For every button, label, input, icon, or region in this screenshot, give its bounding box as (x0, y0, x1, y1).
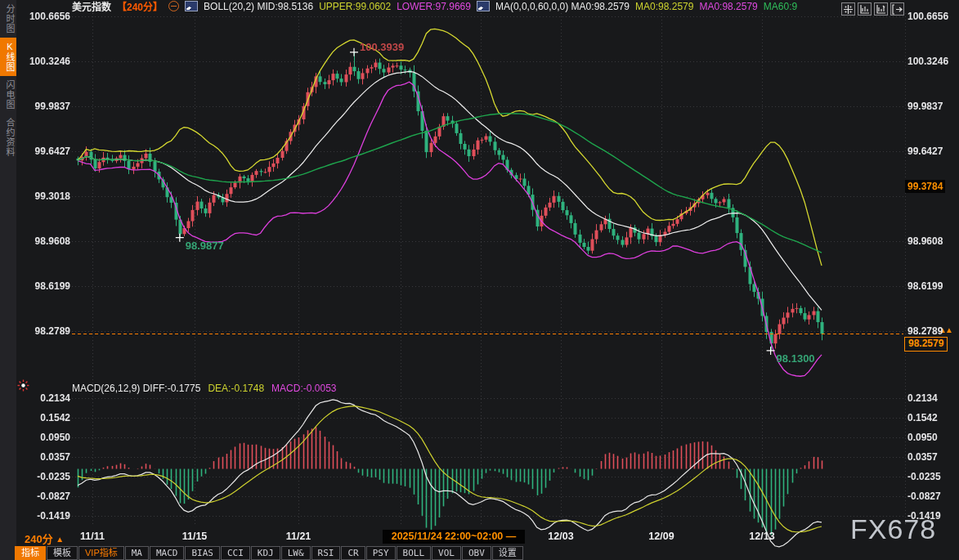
date-label: 12/03 (548, 531, 573, 542)
toolbar-button-MA[interactable]: MA (125, 546, 149, 560)
macd-axis-label: 0.2134 (16, 392, 70, 404)
ma60-label: MA60:9 (764, 1, 797, 12)
toolbar-button-LW&[interactable]: LW& (281, 546, 311, 560)
price-axis-label: 98.9608 (16, 235, 70, 247)
macd-axis-label: 0.0950 (907, 432, 958, 443)
macd-value-label: MACD:-0.0053 (271, 383, 336, 395)
date-label: 11/15 (182, 531, 208, 542)
ma-label: MA(0,0,0,60,0,0) MA0:98.2579 (495, 1, 630, 12)
new-pane-icon[interactable] (858, 2, 872, 16)
boll-upper-label: UPPER:99.0602 (319, 1, 391, 12)
sidebar-tab-K线图[interactable]: K线图 (0, 38, 16, 76)
toolbar-button-指标[interactable]: 指标 (15, 546, 46, 560)
sidebar-tab-分时图[interactable]: 分时图 (0, 0, 16, 38)
boll-label: BOLL(20,2) MID:98.5136 (204, 1, 313, 12)
ma-indicator-icon[interactable] (477, 1, 490, 11)
sidebar-tab-合约资料[interactable]: 合约资料 (0, 114, 16, 161)
price-axis-label: 99.9837 (16, 101, 70, 112)
zoom-out-icon[interactable] (168, 1, 179, 11)
price-axis-label: 99.9837 (907, 101, 958, 112)
toolbar-button-VIP指标[interactable]: VIP指标 (78, 546, 124, 560)
extreme-price-label: 98.9877 (186, 240, 224, 252)
toolbar-button-BOLL[interactable]: BOLL (397, 546, 432, 560)
toolbar-button-MACD[interactable]: MACD (150, 546, 185, 560)
macd-legend-bar: MACD(26,12,9) DIFF:-0.1775DEA:-0.1748MAC… (72, 383, 336, 395)
price-axis-label: 100.6656 (16, 11, 70, 22)
macd-axis-label: 0.0357 (16, 451, 70, 463)
extreme-price-label: 100.3939 (360, 41, 404, 53)
macd-params-label: MACD(26,12,9) DIFF:-0.1775 (72, 383, 200, 395)
macd-axis-label: 0.0357 (907, 451, 958, 463)
date-axis: 240分 ▲ 2025/11/24 22:00~02:00 — 11/1111/… (0, 530, 959, 544)
macd-axis-label: 0.2134 (907, 392, 958, 404)
toolbar-button-模板[interactable]: 模板 (47, 546, 78, 560)
price-axis-label: 98.2789 (907, 325, 958, 337)
macd-axis-label: -0.0827 (907, 491, 958, 502)
boll-indicator-icon[interactable] (185, 1, 198, 11)
settlement-price-label: 99.3784 (905, 180, 945, 193)
toolbar-button-CR[interactable]: CR (341, 546, 365, 560)
toolbar-button-VOL[interactable]: VOL (432, 546, 461, 560)
macd-axis-label: -0.0235 (907, 471, 958, 482)
ma-magenta-label: MA0:98.2579 (699, 1, 757, 12)
price-axis-label: 100.3246 (16, 56, 70, 67)
price-axis-label: 99.3018 (16, 190, 70, 202)
macd-axis-label: -0.1419 (907, 510, 958, 522)
macd-axis-label: 0.0950 (16, 432, 70, 443)
boll-lower-label: LOWER:97.9669 (397, 1, 471, 12)
macd-dea-label: DEA:-0.1748 (208, 383, 264, 395)
toolbar-button-OBV[interactable]: OBV (462, 546, 491, 560)
price-axis-label: 98.6199 (16, 280, 70, 292)
toolbar-button-PSY[interactable]: PSY (366, 546, 396, 560)
price-axis-label: 99.6427 (907, 146, 958, 157)
price-axis-label: 98.6199 (907, 280, 958, 292)
date-label: 12/09 (648, 531, 674, 542)
toolbar-button-BIAS[interactable]: BIAS (185, 546, 220, 560)
axis-pane-icon[interactable] (874, 2, 888, 16)
crosshair-time-label: 2025/11/24 22:00~02:00 — (383, 530, 525, 544)
period-label: 【240分】 (117, 0, 163, 13)
chart-legend-bar: 美元指数【240分】BOLL(20,2) MID:98.5136UPPER:99… (72, 0, 797, 12)
period-selector[interactable]: 240分 ▲ (25, 531, 64, 546)
macd-axis-label: 0.1542 (16, 412, 70, 423)
symbol-title: 美元指数 (72, 0, 111, 13)
triangle-up-icon: ▲ (56, 535, 64, 544)
extreme-price-label: 98.1300 (777, 352, 815, 365)
ma-yellow-label: MA0:98.2579 (635, 1, 693, 12)
toolbar-button-KDJ[interactable]: KDJ (251, 546, 280, 560)
chart-app: 美元指数【240分】BOLL(20,2) MID:98.5136UPPER:99… (0, 0, 959, 560)
price-axis-label: 98.9608 (907, 235, 958, 247)
indicator-toolbar: 指标模板VIP指标MAMACDBIASCCIKDJLW&RSICRPSYBOLL… (15, 546, 524, 560)
toolbar-button-CCI[interactable]: CCI (221, 546, 250, 560)
sidebar-tab-闪电图[interactable]: 闪电图 (0, 76, 16, 114)
candlestick-chart-canvas[interactable] (0, 0, 959, 560)
date-label: 11/11 (80, 531, 105, 542)
toolbar-button-RSI[interactable]: RSI (311, 546, 341, 560)
date-label: 12/13 (749, 531, 774, 542)
window-control-icons (841, 2, 904, 16)
date-label: 11/21 (286, 531, 311, 542)
collapse-panel-icon[interactable] (890, 2, 904, 16)
macd-axis-label: -0.1419 (16, 510, 70, 522)
price-axis-label: 99.6427 (16, 146, 70, 157)
macd-axis-label: -0.0235 (16, 471, 70, 482)
macd-axis-label: -0.0827 (16, 491, 70, 502)
macd-axis-label: 0.1542 (907, 412, 958, 423)
last-price-tag: 98.2579 (904, 337, 948, 352)
price-axis-label: 100.3246 (907, 56, 958, 67)
price-axis-label: 98.2789 (16, 325, 70, 337)
price-axis-label: 100.6656 (907, 11, 958, 22)
left-tab-strip: 分时图K线图闪电图合约资料 (0, 0, 16, 560)
pan-tool-icon[interactable] (841, 2, 855, 16)
toolbar-button-设置[interactable]: 设置 (492, 546, 523, 560)
